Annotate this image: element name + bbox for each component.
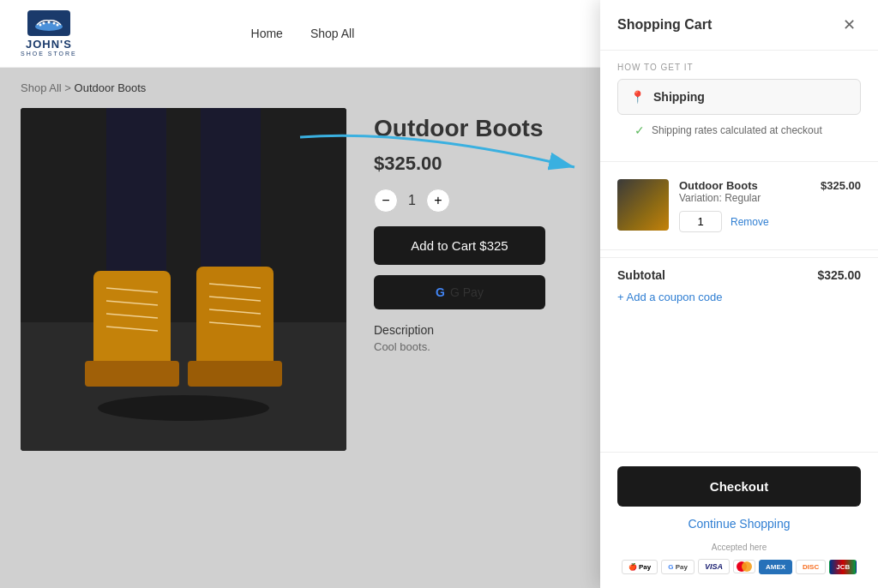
- cart-quantity-input[interactable]: [679, 211, 722, 232]
- discover-badge: DISC: [796, 560, 826, 574]
- subtotal-amount: $325.00: [817, 268, 861, 282]
- subtotal-section: Subtotal $325.00 + Add a coupon code: [600, 257, 878, 315]
- cart-body: HOW TO GET IT 📍 Shipping ✓ Shipping rate…: [600, 51, 878, 452]
- svg-point-1: [39, 24, 41, 27]
- product-price: $325.00: [374, 153, 545, 175]
- cart-close-button[interactable]: ✕: [838, 14, 861, 36]
- cart-panel: Shopping Cart ✕ HOW TO GET IT 📍 Shipping…: [600, 0, 878, 588]
- product-title: Outdoor Boots: [374, 115, 545, 142]
- svg-point-3: [47, 21, 50, 24]
- svg-point-2: [42, 22, 45, 25]
- check-icon: ✓: [634, 123, 645, 137]
- boot-image-bg: [21, 108, 346, 451]
- location-icon: 📍: [630, 90, 645, 104]
- apple-pay-badge: 🍎 Pay: [622, 560, 658, 574]
- payment-icons: 🍎 Pay G Pay VISA AMEX DISC JCB: [617, 559, 861, 574]
- cart-item-variation: Variation: Regular: [679, 192, 810, 204]
- svg-rect-17: [188, 361, 282, 387]
- site-header: JOHN'S SHOE STORE Home Shop All: [0, 0, 600, 68]
- how-to-get-it-label: HOW TO GET IT: [617, 63, 861, 72]
- product-info: Outdoor Boots $325.00 − 1 + Add to Cart …: [374, 108, 545, 451]
- divider-1: [600, 161, 878, 162]
- breadcrumb-root[interactable]: Shop All: [21, 81, 62, 94]
- nav-links: Home Shop All: [251, 27, 355, 40]
- store-sub: SHOE STORE: [21, 51, 77, 57]
- checkout-button[interactable]: Checkout: [617, 466, 861, 507]
- mastercard-badge: [733, 560, 755, 573]
- description-section: Description Cool boots.: [374, 323, 545, 353]
- cart-item-image: [617, 179, 669, 231]
- gpay-label: G Pay: [450, 285, 484, 299]
- google-pay-button[interactable]: G G Pay: [374, 275, 545, 309]
- amex-badge: AMEX: [759, 560, 792, 574]
- svg-point-4: [52, 22, 55, 25]
- description-title: Description: [374, 323, 545, 337]
- logo-icon: [27, 10, 70, 36]
- shipping-rate-row: ✓ Shipping rates calculated at checkout: [617, 123, 861, 146]
- quantity-decrease-button[interactable]: −: [374, 189, 398, 213]
- cart-item: Outdoor Boots Variation: Regular Remove …: [617, 179, 861, 232]
- jcb-badge: JCB: [829, 560, 857, 574]
- svg-point-22: [98, 395, 269, 421]
- description-text: Cool boots.: [374, 340, 545, 353]
- shipping-option[interactable]: 📍 Shipping: [617, 79, 861, 115]
- product-image: [21, 108, 346, 451]
- quantity-control: − 1 +: [374, 189, 545, 213]
- cart-header: Shopping Cart ✕: [600, 0, 878, 51]
- svg-rect-7: [21, 108, 346, 322]
- cart-item-name: Outdoor Boots: [679, 179, 810, 192]
- svg-rect-9: [201, 108, 261, 279]
- add-coupon-button[interactable]: + Add a coupon code: [617, 291, 723, 303]
- visa-badge: VISA: [698, 559, 730, 574]
- cart-footer: Checkout Continue Shopping Accepted here…: [600, 452, 878, 588]
- continue-shopping-button[interactable]: Continue Shopping: [617, 517, 861, 531]
- shipping-rate-text: Shipping rates calculated at checkout: [652, 124, 822, 136]
- subtotal-label: Subtotal: [617, 268, 665, 282]
- cart-item-price: $325.00: [821, 179, 861, 192]
- cart-item-details: Outdoor Boots Variation: Regular Remove: [679, 179, 810, 232]
- svg-point-5: [56, 24, 58, 27]
- main-page: JOHN'S SHOE STORE Home Shop All Shop All…: [0, 0, 600, 588]
- quantity-increase-button[interactable]: +: [426, 189, 450, 213]
- how-to-get-it-section: HOW TO GET IT 📍 Shipping ✓ Shipping rate…: [600, 51, 878, 154]
- cart-title: Shopping Cart: [617, 17, 712, 33]
- product-section: Outdoor Boots $325.00 − 1 + Add to Cart …: [0, 108, 600, 451]
- shipping-label: Shipping: [653, 90, 705, 104]
- accepted-here-label: Accepted here: [617, 543, 861, 552]
- breadcrumb: Shop All > Outdoor Boots: [0, 68, 600, 108]
- svg-rect-8: [106, 108, 166, 279]
- divider-2: [600, 249, 878, 250]
- quantity-value: 1: [408, 193, 416, 208]
- google-pay-badge: G Pay: [661, 560, 695, 574]
- add-to-cart-button[interactable]: Add to Cart $325: [374, 226, 545, 265]
- nav-home[interactable]: Home: [251, 27, 283, 40]
- nav-shop-all[interactable]: Shop All: [310, 27, 354, 40]
- cart-items-section: Outdoor Boots Variation: Regular Remove …: [600, 169, 878, 243]
- store-name: JOHN'S: [26, 38, 72, 51]
- logo[interactable]: JOHN'S SHOE STORE: [21, 10, 77, 57]
- svg-rect-11: [85, 361, 179, 387]
- cart-item-qty-row: Remove: [679, 211, 810, 232]
- breadcrumb-current: Outdoor Boots: [75, 81, 147, 94]
- cart-remove-button[interactable]: Remove: [731, 216, 769, 228]
- subtotal-row: Subtotal $325.00: [617, 268, 861, 282]
